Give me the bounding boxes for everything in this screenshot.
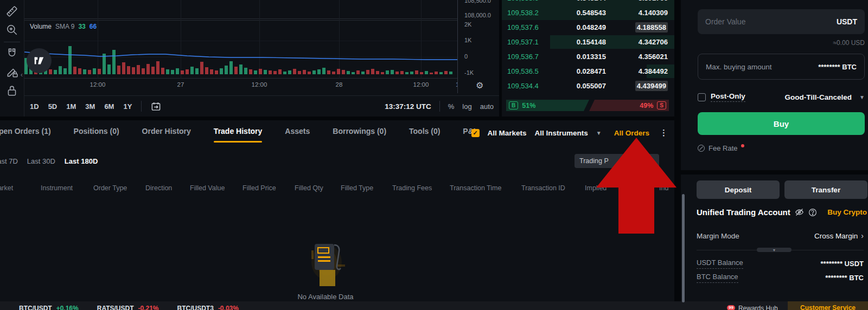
- column-market[interactable]: Market: [0, 184, 41, 192]
- collapse-sidebar-icon[interactable]: ‹: [21, 70, 23, 79]
- order-book-row[interactable]: 109,538.60.5431443.591766: [502, 0, 674, 5]
- pane-settings-icon[interactable]: ⚙: [476, 80, 483, 91]
- timeframe-6m[interactable]: 6M: [104, 102, 114, 111]
- max-buying-amount-field[interactable]: Max. buying amount ******** BTC: [698, 54, 865, 80]
- order-book-row[interactable]: 109,537.10.1541484.342706: [502, 35, 674, 49]
- margin-mode-value[interactable]: Cross Margin: [814, 232, 858, 240]
- deposit-button[interactable]: Deposit: [697, 180, 780, 199]
- lock-icon[interactable]: [5, 84, 18, 97]
- filter-last-180d[interactable]: Last 180D: [65, 157, 98, 165]
- balance-label[interactable]: USDT Balance: [697, 259, 743, 269]
- bid-price: 109,537.6: [507, 23, 557, 31]
- order-book-row[interactable]: 109,537.60.0482494.188558: [502, 20, 674, 35]
- column-order-type[interactable]: Order Type: [93, 184, 145, 192]
- tab-open-orders-1[interactable]: Open Orders (1): [0, 127, 51, 135]
- bid-qty: 0.013315: [557, 53, 614, 61]
- orders-panel: Open Orders (1)Positions (0)Order Histor…: [0, 120, 674, 301]
- column-transaction-time[interactable]: Transaction Time: [450, 184, 521, 192]
- sma-label: SMA 9: [55, 23, 74, 30]
- ticker-change: +0.16%: [56, 305, 79, 310]
- total-value: 4.140309: [639, 9, 668, 17]
- column-filled-price[interactable]: Filled Price: [242, 184, 295, 192]
- sma-value-blue: 66: [90, 23, 97, 30]
- timeframe-5d[interactable]: 5D: [48, 102, 58, 111]
- filter-last-7d[interactable]: Last 7D: [0, 157, 18, 165]
- tab-borrowings-0[interactable]: Borrowings (0): [333, 127, 386, 135]
- scale-auto[interactable]: auto: [480, 102, 494, 111]
- post-only-checkbox[interactable]: [698, 93, 706, 101]
- buy-button[interactable]: Buy: [698, 112, 865, 135]
- tab-order-history[interactable]: Order History: [142, 127, 191, 135]
- ticker-item[interactable]: BTC/USDT3-0.03%: [177, 305, 239, 310]
- balance-row: USDT Balance******** USDT: [697, 259, 864, 269]
- order-entry-panel: Order Value USDT ≈0.00 USD Max. buying a…: [681, 0, 868, 301]
- price-axis[interactable]: 108,500.0108,000.02K1K0-1K: [457, 0, 499, 93]
- tab-tools-0[interactable]: Tools (0): [409, 127, 440, 135]
- help-icon[interactable]: [808, 208, 817, 217]
- sell-tag: S: [657, 101, 666, 109]
- ticker-item[interactable]: BTC/USDT+0.16%: [19, 305, 79, 310]
- tab-assets[interactable]: Assets: [285, 127, 310, 135]
- volume-tick: 2K: [464, 21, 471, 28]
- scale-[interactable]: %: [448, 102, 455, 111]
- tradingview-logo[interactable]: [27, 48, 52, 73]
- total-value: 4.439499: [635, 81, 668, 91]
- transfer-button[interactable]: Transfer: [784, 180, 867, 199]
- collapse-handle[interactable]: ▼: [757, 248, 792, 252]
- go-to-date-icon[interactable]: [151, 101, 161, 112]
- rewards-hub-link[interactable]: Rewards Hub: [738, 305, 778, 310]
- column-filled-type[interactable]: Filled Type: [341, 184, 392, 192]
- time-axis[interactable]: 12:002712:002812:0018:: [24, 80, 457, 92]
- account-title: Unified Trading Account: [697, 208, 790, 217]
- bid-price: 109,538.2: [507, 9, 557, 17]
- bid-qty: 0.548543: [557, 9, 614, 17]
- order-value-input[interactable]: Order Value USDT: [698, 9, 865, 34]
- hide-balance-icon[interactable]: [795, 208, 804, 217]
- tab-positions-0[interactable]: Positions (0): [74, 127, 119, 135]
- notification-dot: [741, 144, 744, 147]
- scale-log[interactable]: log: [462, 102, 471, 111]
- column-trading-fees[interactable]: Trading Fees: [392, 184, 450, 192]
- buy-crypto-link[interactable]: Buy Crypto: [827, 208, 867, 216]
- order-book-row[interactable]: 109,536.70.0133154.356021: [502, 49, 674, 64]
- column-filled-value[interactable]: Filled Value: [190, 184, 242, 192]
- timeframe-3m[interactable]: 3M: [85, 102, 95, 111]
- order-book-row[interactable]: 109,536.50.0284714.384492: [502, 64, 674, 79]
- column-transaction-id[interactable]: Transaction ID: [521, 184, 585, 192]
- header-label: Filled Qty: [295, 184, 323, 192]
- magnet-icon[interactable]: [5, 47, 18, 60]
- buy-percent: 51%: [522, 102, 535, 109]
- time-in-force-dropdown[interactable]: Good-Till-Canceled: [785, 93, 852, 101]
- header-label: Trading Fees: [392, 184, 432, 192]
- all-instruments-dropdown[interactable]: All Instruments: [535, 129, 588, 137]
- ticker-strip[interactable]: BTC/USDT+0.16%RATS/USDT-0.21%BTC/USDT3-0…: [19, 305, 239, 310]
- ticker-pair: BTC/USDT3: [177, 305, 214, 310]
- fee-rate-row[interactable]: Fee Rate: [698, 144, 744, 152]
- divider: [439, 101, 440, 112]
- column-filled-qty[interactable]: Filled Qty: [295, 184, 341, 192]
- balance-label[interactable]: BTC Balance: [697, 273, 738, 283]
- timeframe-1y[interactable]: 1Y: [123, 102, 132, 111]
- column-instrument[interactable]: Instrument: [41, 184, 93, 192]
- zoom-in-icon[interactable]: [5, 23, 18, 36]
- ticker-item[interactable]: RATS/USDT-0.21%: [97, 305, 159, 310]
- footer-bar: BTC/USDT+0.16%RATS/USDT-0.21%BTC/USDT3-0…: [0, 301, 868, 310]
- order-book-row[interactable]: 109,538.20.5485434.140309: [502, 5, 674, 20]
- all-markets-label: All Markets: [488, 129, 527, 137]
- bid-total: 4.342706: [614, 38, 668, 46]
- order-book-row[interactable]: 109,534.40.0550074.439499: [502, 79, 674, 93]
- drawing-lock-icon[interactable]: [5, 66, 18, 79]
- order-value-placeholder: Order Value: [705, 17, 837, 26]
- vertical-scrollbar[interactable]: [682, 194, 685, 302]
- timeframe-1m[interactable]: 1M: [66, 102, 76, 111]
- filter-last-30d[interactable]: Last 30D: [27, 157, 55, 165]
- chart-plot[interactable]: Volume SMA 9 33 66: [24, 0, 457, 79]
- column-direction[interactable]: Direction: [145, 184, 190, 192]
- chart-clock[interactable]: 13:37:12 UTC: [385, 102, 431, 111]
- total-value: 4.188558: [635, 22, 668, 33]
- customer-service-link[interactable]: Customer Service: [788, 301, 868, 310]
- all-markets-checkbox[interactable]: ✓: [471, 129, 480, 137]
- timeframe-1d[interactable]: 1D: [30, 102, 39, 111]
- tab-trade-history[interactable]: Trade History: [214, 127, 262, 135]
- ruler-icon[interactable]: [5, 5, 18, 18]
